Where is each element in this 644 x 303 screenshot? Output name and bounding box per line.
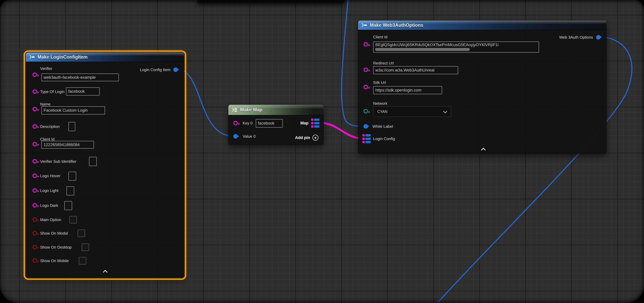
web3auth-options-output-pin[interactable] [596, 35, 600, 40]
make-struct-icon [29, 55, 35, 59]
logo-dark-label: Logo Dark [40, 203, 58, 208]
collapse-chevron-icon[interactable] [480, 147, 486, 151]
network-dropdown[interactable]: CYAN [373, 106, 451, 117]
main-option-pin[interactable] [32, 217, 37, 222]
redirect-url-input[interactable]: w3a://com.w3a.Web3AuthUnreal [373, 66, 458, 74]
white-label-label: White Label [372, 124, 393, 129]
show-on-mobile-checkbox[interactable] [79, 257, 86, 264]
show-on-desktop-pin[interactable] [32, 245, 37, 249]
type-of-login-label: Type Of Login [40, 89, 64, 94]
make-map-icon [231, 108, 238, 112]
name-label: Name [40, 102, 50, 107]
show-on-modal-label: Show On Modal [40, 231, 68, 236]
node-header-make-map[interactable]: Make Map [228, 105, 324, 115]
logo-light-pin[interactable] [32, 188, 37, 193]
redirect-url-label: Redirect Url [373, 60, 394, 66]
network-label: Network [373, 101, 388, 106]
show-on-modal-checkbox[interactable] [78, 230, 85, 237]
logo-light-input[interactable] [66, 186, 74, 196]
main-option-checkbox[interactable] [69, 216, 77, 224]
logo-dark-input[interactable] [64, 201, 72, 210]
map-output-pin[interactable] [311, 118, 320, 128]
verifier-label: Verifier [40, 66, 52, 71]
logo-light-label: Logo Light [40, 188, 58, 193]
show-on-desktop-label: Show On Desktop [40, 245, 72, 250]
network-value: CYAN [377, 110, 388, 114]
make-struct-icon [361, 23, 368, 27]
client-id-scrollbar[interactable] [375, 48, 470, 51]
add-pin-plus-icon: + [312, 135, 318, 141]
type-of-login-input[interactable]: facebook [66, 87, 100, 96]
sdk-url-pin[interactable] [364, 85, 368, 89]
sdk-url-label: Sdk Url [373, 80, 386, 85]
logo-hover-label: Logo Hover [40, 173, 60, 178]
login-config-pin[interactable] [362, 134, 371, 143]
collapse-chevron-icon[interactable] [102, 269, 108, 274]
key-0-pin[interactable] [233, 121, 238, 125]
wire-map-to-login-config[interactable] [320, 123, 362, 138]
main-option-label: Main Option [40, 217, 61, 222]
verifier-pin[interactable] [32, 72, 37, 77]
node-header-make-loginconfigitem[interactable]: Make LoginConfigItem [26, 52, 184, 62]
show-on-mobile-pin[interactable] [32, 258, 37, 263]
client-id-input[interactable]: BEglQSgt4cUWcj6SKRdu5QkOXTsePmMcusG5EAoy… [373, 42, 539, 52]
client-id-pin[interactable] [32, 142, 37, 146]
white-label-pin[interactable] [364, 124, 368, 129]
description-input[interactable] [68, 122, 75, 131]
show-on-modal-pin[interactable] [32, 231, 37, 235]
node-make-loginconfigitem[interactable]: Make LoginConfigItem Login Config Item V… [26, 52, 184, 278]
client-id-label: Client Id [373, 34, 388, 40]
output-pin-label: Login Config Item [140, 67, 170, 72]
wire-loginconfigitem-to-map-value[interactable] [179, 70, 233, 136]
add-pin-button[interactable]: Add pin + [295, 135, 318, 141]
description-pin[interactable] [32, 124, 37, 129]
client-id-input[interactable]: 1222658941886084 [41, 141, 94, 149]
chevron-down-icon [443, 109, 447, 113]
web3auth-options-output-label: Web 3Auth Options [559, 35, 593, 40]
name-pin[interactable] [32, 107, 37, 111]
offscreen-node-bottom-edge[interactable] [197, 0, 345, 3]
show-on-mobile-label: Show On Mobile [40, 258, 69, 263]
verifier-sub-identifier-pin[interactable] [32, 159, 37, 164]
client-id-value: BEglQSgt4cUWcj6SKRdu5QkOXTsePmMcusG5EAoy… [375, 42, 498, 47]
value-0-label: Value 0 [243, 134, 256, 139]
node-header-make-web3authoptions[interactable]: Make Web3AuthOptions [358, 20, 606, 30]
client-id-pin[interactable] [364, 42, 368, 46]
value-0-pin[interactable] [233, 134, 238, 138]
key-0-input[interactable]: facebook [256, 119, 283, 128]
node-title: Make Map [240, 107, 262, 112]
verifier-sub-identifier-input[interactable] [89, 157, 97, 166]
show-on-desktop-checkbox[interactable] [82, 244, 89, 251]
sdk-url-input[interactable]: https://sdk.openlogin.com [373, 86, 442, 94]
name-input[interactable]: Facebook Custom Login [41, 106, 105, 114]
map-output-label: Map [300, 120, 308, 126]
logo-dark-pin[interactable] [32, 203, 37, 208]
node-make-map[interactable]: Make Map Key 0 facebook Map Value 0 Add … [228, 105, 324, 144]
network-pin[interactable] [364, 109, 368, 114]
node-make-web3authoptions[interactable]: Make Web3AuthOptions Web 3Auth Options C… [358, 20, 606, 154]
login-config-item-output-pin[interactable] [173, 68, 178, 72]
redirect-url-pin[interactable] [364, 68, 368, 72]
type-of-login-pin[interactable] [32, 89, 37, 94]
logo-hover-input[interactable] [68, 172, 76, 181]
node-title: Make LoginConfigItem [38, 54, 88, 60]
description-label: Description [40, 124, 60, 129]
node-title: Make Web3AuthOptions [370, 22, 423, 28]
verifier-input[interactable]: web3auth-facebook-example [41, 74, 119, 81]
key-0-label: Key 0 [243, 120, 253, 126]
login-config-label: Login Config [373, 136, 395, 141]
blueprint-graph-canvas[interactable]: Make LoginConfigItem Login Config Item V… [0, 0, 644, 303]
verifier-sub-identifier-label: Verifier Sub Identifier [40, 159, 76, 164]
add-pin-label: Add pin [295, 135, 310, 140]
logo-hover-pin[interactable] [32, 174, 37, 178]
